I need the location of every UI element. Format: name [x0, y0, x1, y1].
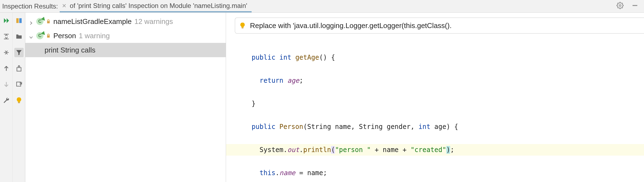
inspection-tab[interactable]: ✕ of 'print String calls' Inspection on … [60, 0, 252, 12]
code-token: out [287, 146, 299, 154]
code-token: ( [331, 146, 335, 154]
svg-rect-9 [18, 103, 20, 103]
group-dir-icon[interactable] [14, 32, 24, 41]
code-token: int [419, 123, 430, 131]
prev-occurrence-button[interactable] [2, 64, 11, 73]
wrench-icon[interactable] [2, 96, 11, 105]
svg-rect-5 [16, 18, 19, 23]
svg-rect-10 [242, 28, 244, 28]
minimize-icon[interactable] [631, 2, 639, 11]
code-token: . [299, 146, 303, 154]
inspection-title-prefix: Inspection Results: [2, 2, 58, 10]
collapse-all-button[interactable] [2, 48, 11, 57]
class-icon: C [36, 18, 43, 25]
tree-node-count: 1 warning [79, 32, 110, 40]
class-icon: C [36, 32, 43, 39]
code-token: ; [450, 146, 454, 154]
intention-bulb-icon[interactable] [14, 96, 24, 105]
rerun-button[interactable] [2, 16, 11, 25]
code-token: ) [446, 146, 450, 154]
tree-node-name: nameListGradleExample [53, 17, 132, 26]
inspection-tab-label: of 'print String calls' Inspection on Mo… [70, 2, 247, 10]
tree-node[interactable]: C nameListGradleExample 12 warnings [25, 14, 226, 29]
code-token: "created" [411, 146, 446, 154]
results-tree: C nameListGradleExample 12 warnings C Pe… [25, 13, 226, 182]
code-token: (String name, String gender, [303, 123, 419, 131]
code-token: System. [260, 146, 287, 154]
code-token: () { [319, 54, 335, 61]
code-token: this [260, 169, 276, 177]
svg-rect-7 [17, 68, 21, 71]
tree-node-count: 12 warnings [134, 17, 173, 26]
export-icon[interactable] [14, 80, 24, 89]
quickfix-suggestion-bar[interactable]: Replace with 'java.util.logging.Logger.g… [235, 18, 644, 34]
code-token: public [252, 54, 276, 61]
expand-all-button[interactable] [2, 32, 11, 41]
code-token: return [260, 77, 284, 84]
gear-icon[interactable] [617, 2, 624, 11]
tree-leaf-label: print String calls [45, 46, 95, 54]
next-occurrence-button[interactable] [2, 80, 11, 89]
code-token: name [279, 169, 295, 177]
tree-leaf-selected[interactable]: print String calls [25, 43, 226, 57]
close-icon[interactable]: ✕ [62, 2, 67, 9]
lock-icon [46, 32, 51, 40]
tree-node[interactable]: C Person 1 warning [25, 29, 226, 43]
code-token: println [303, 146, 331, 154]
code-token: + name + [371, 146, 411, 154]
highlighted-line: System.out.println("person " + name + "c… [237, 144, 644, 156]
code-token: . [276, 169, 279, 177]
svg-rect-6 [19, 18, 22, 23]
bulb-icon [239, 22, 246, 29]
preview-panel: Replace with 'java.util.logging.Logger.g… [226, 13, 644, 182]
lock-icon [46, 17, 51, 26]
code-token: = name; [295, 169, 327, 177]
code-token: Person [279, 123, 303, 131]
svg-point-0 [619, 4, 621, 6]
code-token: getAge [295, 54, 319, 61]
diff-icon[interactable] [14, 16, 24, 25]
tree-node-name: Person [53, 32, 76, 40]
code-token: age) { [430, 123, 458, 131]
code-token: public [252, 123, 276, 131]
code-token: "person " [335, 146, 371, 154]
code-token: } [252, 100, 255, 107]
chevron-right-icon[interactable] [29, 19, 34, 24]
toolbar-column-left [0, 13, 13, 182]
chevron-down-icon[interactable] [29, 33, 34, 38]
code-token: ; [299, 77, 303, 84]
toolbar-column-right [13, 13, 25, 182]
quickfix-text: Replace with 'java.util.logging.Logger.g… [250, 21, 452, 30]
inspection-header: Inspection Results: ✕ of 'print String c… [0, 0, 644, 13]
code-preview[interactable]: public int getAge() { return age; } publ… [226, 34, 644, 182]
code-token: age [287, 77, 299, 84]
filter-icon[interactable] [14, 48, 24, 57]
code-token: int [279, 54, 291, 61]
autoscroll-icon[interactable] [14, 64, 24, 73]
